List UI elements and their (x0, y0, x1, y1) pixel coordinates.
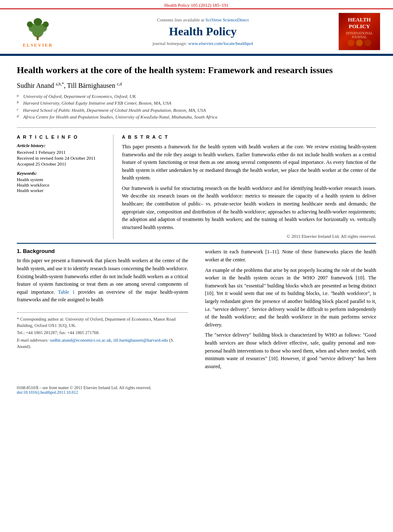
body-left-col: 1. Background In this paper we present a… (17, 248, 193, 373)
body-section: 1. Background In this paper we present a… (17, 248, 376, 373)
elsevier-brand-text: ELSEVIER (23, 42, 53, 47)
journal-title-area: Contents lists available at SciVerse Sci… (67, 17, 338, 46)
keyword-3: Health worker (17, 188, 106, 193)
footnote-corresponding: * Corresponding author at: University of… (17, 316, 188, 329)
affil-b: Harvard University, Global Equity Initia… (23, 100, 171, 107)
email-link-1[interactable]: sudhir.anand@economics.ox.ac.uk (50, 338, 111, 342)
bottom-info: 0168-8510/$ – see front matter © 2011 El… (0, 385, 393, 395)
journal-ref-text: Health Policy 105 (2012) 185–191 (164, 3, 229, 8)
svg-point-4 (27, 21, 33, 27)
journal-cover-image: HEALTHPOLICY INTERNATIONAL JOURNAL (338, 13, 380, 50)
footnote-tel: Tel.: +44 1865 281287; fax: +44 1865 271… (17, 329, 188, 336)
affiliations: a University of Oxford, Department of Ec… (17, 93, 376, 121)
journal-homepage: journal homepage: www.elsevier.com/locat… (67, 41, 338, 46)
authors-line: Sudhir Anand a,b,*, Till Bärnighausen c,… (17, 82, 376, 90)
body-right-col: workers in each framework [1–11]. None o… (201, 248, 377, 373)
sciverse-text: Contents lists available at SciVerse Sci… (67, 17, 338, 22)
svg-point-11 (364, 40, 371, 46)
svg-point-10 (356, 40, 363, 46)
publisher-logo-area: ELSEVIER (8, 16, 67, 47)
article-info-col: A R T I C L E I N F O Article history: R… (17, 134, 113, 239)
revised-date: Received in revised form 24 October 2011 (17, 155, 106, 161)
abstract-para-1: This paper presents a framework for the … (122, 143, 376, 182)
affil-c: Harvard School of Public Health, Departm… (23, 107, 206, 114)
abstract-text: This paper presents a framework for the … (122, 143, 376, 232)
body-right-para-3: The "service delivery" building block is… (205, 331, 377, 370)
keyword-1: Health system (17, 177, 106, 182)
cover-title: HEALTHPOLICY (348, 16, 371, 29)
article-title: Health workers at the core of the health… (17, 64, 376, 76)
homepage-link[interactable]: www.elsevier.com/locate/healthpol (188, 41, 253, 46)
abstract-col: A B S T R A C T This paper presents a fr… (122, 134, 376, 239)
issn-text: 0168-8510/$ – see front matter © 2011 El… (17, 385, 151, 390)
cover-subtitle: INTERNATIONAL JOURNAL (339, 32, 380, 39)
article-content: Health workers at the core of the health… (0, 56, 393, 381)
elsevier-tree-icon (23, 16, 53, 41)
journal-cover-area: HEALTHPOLICY INTERNATIONAL JOURNAL (338, 13, 385, 50)
body-right-para-2: An example of the problems that arise by… (205, 266, 377, 329)
footnote-area: * Corresponding author at: University of… (17, 312, 188, 350)
accepted-date: Accepted 25 October 2011 (17, 161, 106, 166)
abstract-para-2: Our framework is useful for structuring … (122, 184, 376, 232)
journal-citation: Health Policy 105 (2012) 185–191 (0, 0, 393, 9)
body-divider (17, 243, 376, 244)
cover-decoration-icon (347, 39, 372, 47)
journal-title: Health Policy (67, 25, 338, 38)
body-left-para-1: In this paper we present a framework tha… (17, 257, 188, 304)
doi-link[interactable]: doi:10.1016/j.healthpol.2011.10.012 (17, 390, 78, 395)
affil-a: University of Oxford, Department of Econ… (23, 93, 136, 100)
svg-point-6 (34, 18, 42, 26)
svg-point-5 (43, 21, 49, 27)
table1-link[interactable]: Table 1 (58, 289, 75, 295)
svg-point-9 (348, 40, 354, 46)
keywords-label: Keywords: (17, 171, 106, 176)
sciverse-prefix: Contents lists available at (157, 17, 205, 22)
affil-d: Africa Centre for Health and Population … (23, 113, 217, 121)
sciverse-link[interactable]: SciVerse ScienceDirect (206, 17, 249, 22)
history-label: Article history: (17, 143, 106, 148)
elsevier-logo: ELSEVIER (23, 16, 53, 47)
received-date: Received 1 February 2011 (17, 150, 106, 155)
email-link-2[interactable]: till.barnighausen@harvard.edu (113, 338, 168, 342)
homepage-prefix: journal homepage: (153, 41, 188, 46)
copyright-text: © 2011 Elsevier Ireland Ltd. All rights … (122, 234, 376, 239)
svg-point-7 (37, 36, 39, 38)
article-info-label: A R T I C L E I N F O (17, 134, 106, 140)
section-1-heading: 1. Background (17, 248, 188, 254)
footnote-email: E-mail addresses: sudhir.anand@economics… (17, 337, 188, 350)
affil-divider (17, 127, 376, 128)
abstract-label: A B S T R A C T (122, 134, 376, 140)
journal-header: ELSEVIER Contents lists available at Sci… (0, 9, 393, 55)
article-meta-section: A R T I C L E I N F O Article history: R… (17, 134, 376, 239)
keyword-2: Health workforce (17, 182, 106, 187)
body-right-para-1: workers in each framework [1–11]. None o… (205, 248, 377, 263)
